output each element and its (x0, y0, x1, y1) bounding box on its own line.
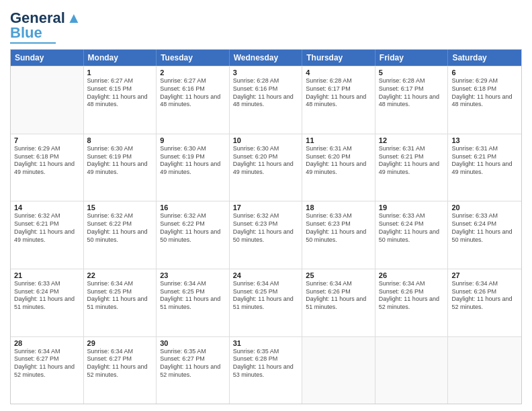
calendar-cell: 12Sunrise: 6:31 AM Sunset: 6:21 PM Dayli… (375, 134, 449, 201)
day-number: 21 (14, 271, 80, 279)
calendar-cell: 27Sunrise: 6:34 AM Sunset: 6:26 PM Dayli… (448, 269, 521, 336)
calendar-row-4: 28Sunrise: 6:34 AM Sunset: 6:27 PM Dayli… (11, 336, 521, 404)
cell-info: Sunrise: 6:30 AM Sunset: 6:19 PM Dayligh… (160, 145, 226, 177)
cell-info: Sunrise: 6:28 AM Sunset: 6:17 PM Dayligh… (306, 77, 371, 109)
cell-info: Sunrise: 6:33 AM Sunset: 6:23 PM Dayligh… (306, 212, 371, 244)
logo-blue-text: Blue (10, 25, 42, 41)
day-number: 28 (14, 339, 80, 347)
calendar-header: SundayMondayTuesdayWednesdayThursdayFrid… (11, 50, 521, 66)
calendar-cell (448, 337, 521, 404)
calendar-cell: 22Sunrise: 6:34 AM Sunset: 6:25 PM Dayli… (84, 269, 157, 336)
cell-info: Sunrise: 6:33 AM Sunset: 6:24 PM Dayligh… (14, 280, 80, 312)
cell-info: Sunrise: 6:34 AM Sunset: 6:26 PM Dayligh… (451, 280, 518, 312)
day-number: 18 (306, 203, 371, 212)
calendar-cell (11, 66, 84, 134)
calendar-cell: 24Sunrise: 6:34 AM Sunset: 6:25 PM Dayli… (230, 269, 303, 336)
cell-info: Sunrise: 6:35 AM Sunset: 6:27 PM Dayligh… (160, 348, 226, 379)
calendar-cell: 2Sunrise: 6:27 AM Sunset: 6:16 PM Daylig… (157, 66, 230, 134)
calendar-cell: 18Sunrise: 6:33 AM Sunset: 6:23 PM Dayli… (302, 201, 375, 269)
day-number: 14 (14, 203, 80, 212)
calendar-cell: 19Sunrise: 6:33 AM Sunset: 6:24 PM Dayli… (375, 201, 449, 269)
day-number: 22 (87, 271, 153, 279)
cell-info: Sunrise: 6:31 AM Sunset: 6:21 PM Dayligh… (379, 145, 445, 177)
calendar-cell: 1Sunrise: 6:27 AM Sunset: 6:15 PM Daylig… (84, 66, 157, 134)
calendar-row-3: 21Sunrise: 6:33 AM Sunset: 6:24 PM Dayli… (11, 269, 521, 336)
calendar-body: 1Sunrise: 6:27 AM Sunset: 6:15 PM Daylig… (11, 66, 521, 404)
header-day-thursday: Thursday (302, 50, 375, 66)
cell-info: Sunrise: 6:28 AM Sunset: 6:16 PM Dayligh… (233, 77, 299, 109)
day-number: 8 (87, 136, 153, 144)
calendar-cell: 10Sunrise: 6:30 AM Sunset: 6:20 PM Dayli… (230, 134, 303, 201)
day-number: 13 (451, 136, 518, 144)
day-number: 31 (233, 339, 299, 347)
header-day-tuesday: Tuesday (157, 50, 230, 66)
day-number: 25 (306, 271, 371, 279)
cell-info: Sunrise: 6:27 AM Sunset: 6:16 PM Dayligh… (160, 77, 226, 109)
calendar-cell: 4Sunrise: 6:28 AM Sunset: 6:17 PM Daylig… (302, 66, 375, 134)
calendar-cell: 21Sunrise: 6:33 AM Sunset: 6:24 PM Dayli… (11, 269, 84, 336)
header-day-friday: Friday (375, 50, 449, 66)
calendar-cell: 28Sunrise: 6:34 AM Sunset: 6:27 PM Dayli… (11, 337, 84, 404)
logo-underline (10, 42, 56, 44)
header-day-sunday: Sunday (11, 50, 84, 66)
header-day-wednesday: Wednesday (230, 50, 303, 66)
calendar-cell (375, 337, 449, 404)
day-number: 6 (451, 68, 518, 77)
day-number: 17 (233, 203, 299, 212)
cell-info: Sunrise: 6:33 AM Sunset: 6:24 PM Dayligh… (379, 212, 445, 244)
day-number: 7 (14, 136, 80, 144)
day-number: 19 (379, 203, 445, 212)
header-day-monday: Monday (84, 50, 157, 66)
cell-info: Sunrise: 6:34 AM Sunset: 6:27 PM Dayligh… (87, 348, 153, 379)
header: General▲ Blue (10, 10, 522, 44)
day-number: 1 (87, 68, 153, 77)
cell-info: Sunrise: 6:34 AM Sunset: 6:27 PM Dayligh… (14, 348, 80, 379)
cell-info: Sunrise: 6:32 AM Sunset: 6:21 PM Dayligh… (14, 212, 80, 244)
day-number: 4 (306, 68, 371, 77)
cell-info: Sunrise: 6:29 AM Sunset: 6:18 PM Dayligh… (451, 77, 518, 109)
day-number: 24 (233, 271, 299, 279)
day-number: 3 (233, 68, 299, 77)
calendar-row-1: 7Sunrise: 6:29 AM Sunset: 6:18 PM Daylig… (11, 134, 521, 201)
calendar-row-2: 14Sunrise: 6:32 AM Sunset: 6:21 PM Dayli… (11, 201, 521, 269)
calendar-cell: 25Sunrise: 6:34 AM Sunset: 6:26 PM Dayli… (302, 269, 375, 336)
cell-info: Sunrise: 6:32 AM Sunset: 6:22 PM Dayligh… (160, 212, 226, 244)
cell-info: Sunrise: 6:31 AM Sunset: 6:21 PM Dayligh… (451, 145, 518, 177)
logo: General▲ Blue (10, 10, 81, 44)
cell-info: Sunrise: 6:32 AM Sunset: 6:22 PM Dayligh… (87, 212, 153, 244)
cell-info: Sunrise: 6:34 AM Sunset: 6:25 PM Dayligh… (160, 280, 226, 312)
cell-info: Sunrise: 6:27 AM Sunset: 6:15 PM Dayligh… (87, 77, 153, 109)
calendar-cell: 23Sunrise: 6:34 AM Sunset: 6:25 PM Dayli… (157, 269, 230, 336)
calendar-cell: 3Sunrise: 6:28 AM Sunset: 6:16 PM Daylig… (230, 66, 303, 134)
calendar-cell: 20Sunrise: 6:33 AM Sunset: 6:24 PM Dayli… (448, 201, 521, 269)
day-number: 12 (379, 136, 445, 144)
day-number: 27 (451, 271, 518, 279)
calendar-cell: 15Sunrise: 6:32 AM Sunset: 6:22 PM Dayli… (84, 201, 157, 269)
cell-info: Sunrise: 6:34 AM Sunset: 6:26 PM Dayligh… (379, 280, 445, 312)
calendar-cell: 30Sunrise: 6:35 AM Sunset: 6:27 PM Dayli… (157, 337, 230, 404)
cell-info: Sunrise: 6:34 AM Sunset: 6:26 PM Dayligh… (306, 280, 371, 312)
calendar-cell (302, 337, 375, 404)
day-number: 10 (233, 136, 299, 144)
calendar-cell: 5Sunrise: 6:28 AM Sunset: 6:17 PM Daylig… (375, 66, 449, 134)
calendar-cell: 16Sunrise: 6:32 AM Sunset: 6:22 PM Dayli… (157, 201, 230, 269)
cell-info: Sunrise: 6:35 AM Sunset: 6:28 PM Dayligh… (233, 348, 299, 379)
cell-info: Sunrise: 6:29 AM Sunset: 6:18 PM Dayligh… (14, 145, 80, 177)
day-number: 5 (379, 68, 445, 77)
cell-info: Sunrise: 6:34 AM Sunset: 6:25 PM Dayligh… (233, 280, 299, 312)
calendar-cell: 13Sunrise: 6:31 AM Sunset: 6:21 PM Dayli… (448, 134, 521, 201)
calendar-cell: 26Sunrise: 6:34 AM Sunset: 6:26 PM Dayli… (375, 269, 449, 336)
calendar-cell: 17Sunrise: 6:32 AM Sunset: 6:23 PM Dayli… (230, 201, 303, 269)
day-number: 20 (451, 203, 518, 212)
calendar-row-0: 1Sunrise: 6:27 AM Sunset: 6:15 PM Daylig… (11, 66, 521, 134)
cell-info: Sunrise: 6:31 AM Sunset: 6:20 PM Dayligh… (306, 145, 371, 177)
day-number: 16 (160, 203, 226, 212)
day-number: 26 (379, 271, 445, 279)
calendar-cell: 7Sunrise: 6:29 AM Sunset: 6:18 PM Daylig… (11, 134, 84, 201)
page: General▲ Blue SundayMondayTuesdayWednesd… (0, 0, 532, 411)
cell-info: Sunrise: 6:30 AM Sunset: 6:20 PM Dayligh… (233, 145, 299, 177)
day-number: 23 (160, 271, 226, 279)
day-number: 11 (306, 136, 371, 144)
calendar-cell: 14Sunrise: 6:32 AM Sunset: 6:21 PM Dayli… (11, 201, 84, 269)
calendar-cell: 29Sunrise: 6:34 AM Sunset: 6:27 PM Dayli… (84, 337, 157, 404)
